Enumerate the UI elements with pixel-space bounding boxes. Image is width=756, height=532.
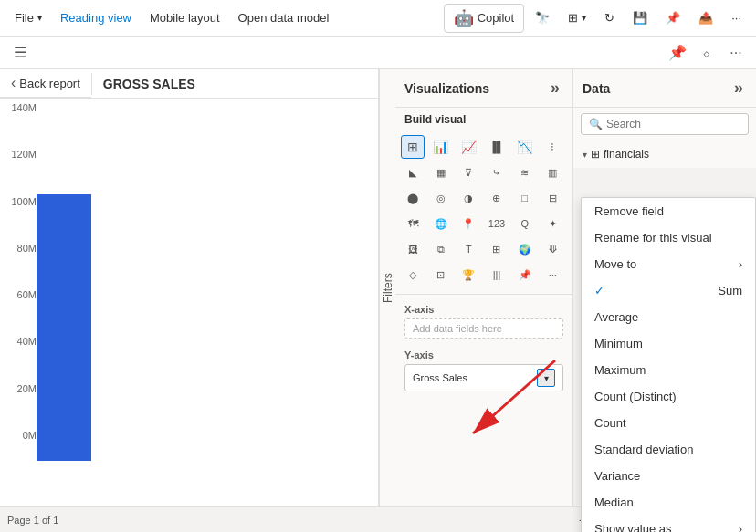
show-value-as-label: Show value as (594, 522, 672, 532)
view-options-btn[interactable]: ⊞ ▾ (561, 7, 593, 28)
viz-gauge-icon[interactable]: ◑ (457, 186, 480, 210)
context-average[interactable]: Average (582, 304, 755, 330)
viz-panel-collapse[interactable]: » (547, 77, 563, 99)
viz-line-icon[interactable]: 📉 (513, 135, 537, 159)
more-options-btn[interactable]: ··· (724, 7, 749, 28)
viz-ribbon-icon[interactable]: ≋ (513, 161, 537, 184)
pin-icon: 📌 (666, 11, 680, 25)
viz-decomp-icon[interactable]: ⟱ (541, 237, 564, 261)
viz-panel-title: Visualizations (404, 81, 489, 96)
viz-geo-icon[interactable]: 🌍 (513, 237, 537, 261)
binoculars-btn[interactable]: 🔭 (528, 7, 557, 28)
pin-btn[interactable]: 📌 (658, 7, 688, 28)
viz-card-icon[interactable]: □ (513, 186, 537, 210)
submenu-arrow: › (739, 257, 742, 271)
context-count[interactable]: Count (582, 410, 755, 436)
viz-scatter-icon[interactable]: ⁝ (541, 135, 564, 159)
save-btn[interactable]: 💾 (625, 7, 655, 28)
viz-fill-map-icon[interactable]: 🌐 (429, 212, 453, 235)
yaxis-dropdown-btn[interactable]: ▾ (537, 369, 555, 387)
context-show-value-as[interactable]: Show value as › (582, 516, 755, 532)
chart-area: 140M 120M 100M 80M 60M 40M 20M 0M (0, 99, 378, 472)
context-count-distinct[interactable]: Count (Distinct) (582, 383, 755, 410)
search-input[interactable] (606, 118, 743, 130)
variance-label: Variance (594, 469, 640, 483)
viz-more-icon[interactable]: ··· (541, 263, 564, 287)
chart-title: GROSS SALES (91, 73, 206, 95)
share-btn[interactable]: 📤 (691, 7, 720, 28)
viz-qa-icon[interactable]: Q (513, 212, 537, 235)
y-label-40m: 40M (4, 336, 37, 347)
file-menu[interactable]: File ▾ (7, 7, 49, 28)
chart-title-bar: ‹ Back report GROSS SALES (0, 69, 378, 99)
context-median[interactable]: Median (582, 489, 755, 516)
copilot-button[interactable]: 🤖 Copilot (444, 4, 524, 33)
viz-paginate-icon[interactable]: ⊡ (429, 263, 453, 287)
viz-donut-icon[interactable]: ◎ (429, 186, 453, 210)
viz-treemap-icon[interactable]: ▦ (429, 161, 453, 184)
back-report-button[interactable]: ‹ Back report (0, 69, 91, 98)
visualizations-panel: Visualizations » Build visual ⊞ 📊 📈 ▐▌ 📉… (395, 69, 573, 506)
viz-icons-grid: ⊞ 📊 📈 ▐▌ 📉 ⁝ ◣ ▦ ⊽ ⤷ ≋ ▥ ⬤ ◎ ◑ ⊕ □ ⊟ 🗺 🌐… (395, 131, 572, 290)
back-report-label: Back report (19, 77, 79, 90)
viz-combo-icon[interactable]: ⤷ (485, 161, 509, 184)
search-box[interactable]: 🔍 (581, 113, 749, 135)
context-move-to[interactable]: Move to › (582, 251, 755, 277)
viz-azure-map-icon[interactable]: 📍 (457, 212, 480, 235)
chart-bar-1[interactable] (37, 194, 91, 461)
viz-slicer-icon[interactable]: ⧉ (429, 237, 453, 261)
viz-funnel-icon[interactable]: ⊽ (457, 161, 480, 184)
filters-panel[interactable]: Filters (379, 69, 395, 506)
context-maximum[interactable]: Maximum (582, 357, 755, 383)
pin2-btn[interactable]: 📌 (665, 40, 690, 66)
yaxis-label: Y-axis (404, 349, 563, 360)
more-icon: ··· (730, 45, 741, 61)
context-sum[interactable]: ✓ Sum (582, 277, 755, 304)
data-tree-financials[interactable]: ▾ ⊞ financials (573, 144, 756, 164)
std-dev-label: Standard deviation (594, 443, 693, 456)
viz-table-icon[interactable]: ⊞ (401, 135, 425, 159)
minimum-label: Minimum (594, 337, 643, 350)
save-icon: 💾 (633, 11, 647, 25)
viz-image-icon[interactable]: 🖼 (401, 237, 425, 261)
mobile-layout-menu[interactable]: Mobile layout (142, 7, 227, 28)
context-remove-field[interactable]: Remove field (582, 198, 755, 224)
context-std-dev[interactable]: Standard deviation (582, 436, 755, 463)
reading-view-menu[interactable]: Reading view (53, 7, 139, 28)
viz-trophy-icon[interactable]: 🏆 (457, 263, 480, 287)
yaxis-field-filled[interactable]: Gross Sales ▾ (404, 364, 563, 391)
context-variance[interactable]: Variance (582, 463, 755, 489)
filter-sort-btn[interactable]: ⬦ (694, 40, 719, 66)
viz-table2-icon[interactable]: ⊞ (485, 237, 509, 261)
viz-area-icon[interactable]: ◣ (401, 161, 425, 184)
copilot-icon: 🤖 (454, 8, 474, 28)
context-rename[interactable]: Rename for this visual (582, 224, 755, 251)
filters-label: Filters (382, 273, 394, 303)
viz-waterfall-icon[interactable]: ▥ (541, 161, 564, 184)
refresh-btn[interactable]: ↻ (597, 7, 622, 28)
viz-bar2-icon[interactable]: ▐▌ (485, 135, 509, 159)
data-panel-collapse[interactable]: » (730, 77, 747, 99)
viz-chart-icon[interactable]: 📈 (457, 135, 480, 159)
hamburger-icon: ☰ (14, 44, 26, 61)
rename-label: Rename for this visual (594, 231, 712, 245)
open-data-model-menu[interactable]: Open data model (231, 7, 337, 28)
context-minimum[interactable]: Minimum (582, 330, 755, 357)
viz-smart-icon[interactable]: ✦ (541, 212, 564, 235)
viz-map-icon[interactable]: 🗺 (401, 212, 425, 235)
viz-barcode-icon[interactable]: ||| (485, 263, 509, 287)
submenu-arrow2: › (739, 522, 742, 532)
viz-text-icon[interactable]: T (457, 237, 480, 261)
viz-num-icon[interactable]: 123 (485, 212, 509, 235)
viz-pie-icon[interactable]: ⬤ (401, 186, 425, 210)
viz-kpi-icon[interactable]: ⊕ (485, 186, 509, 210)
check-icon: ✓ (594, 284, 604, 297)
xaxis-field-box[interactable]: Add data fields here (404, 318, 563, 339)
viz-shape-icon[interactable]: ◇ (401, 263, 425, 287)
more-btn[interactable]: ··· (723, 40, 749, 66)
viz-bar-icon[interactable]: 📊 (429, 135, 453, 159)
viz-matrix-icon[interactable]: ⊟ (541, 186, 564, 210)
viz-pin3-icon[interactable]: 📌 (513, 263, 537, 287)
menu-toggle-btn[interactable]: ☰ (7, 40, 33, 66)
top-menu-bar: File ▾ Reading view Mobile layout Open d… (0, 0, 756, 37)
